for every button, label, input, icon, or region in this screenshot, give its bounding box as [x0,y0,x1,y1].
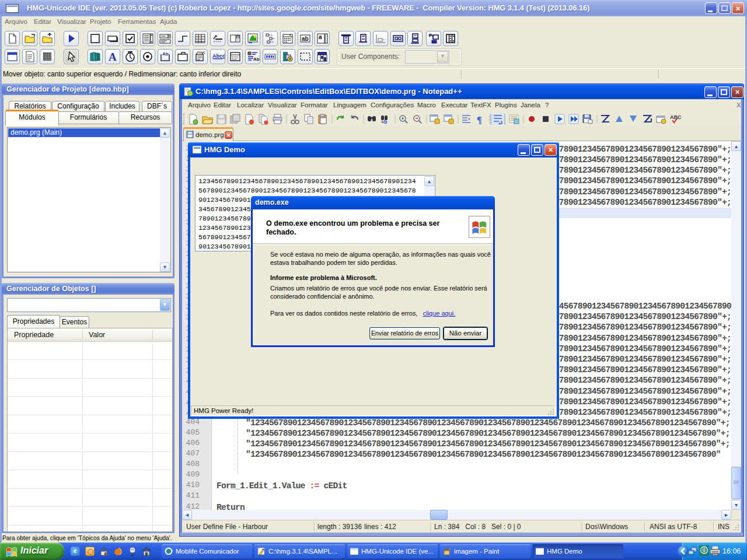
svg-text:Ab: Ab [162,51,169,57]
svg-text:a: a [319,34,322,40]
svg-text:¶: ¶ [477,115,482,125]
svg-text:Ab: Ab [253,57,260,62]
svg-text:A: A [109,51,117,63]
svg-text:b: b [384,119,388,125]
svg-text:ab: ab [302,36,309,42]
svg-text:Abcd: Abcd [212,53,225,59]
svg-text:a: a [381,119,384,124]
